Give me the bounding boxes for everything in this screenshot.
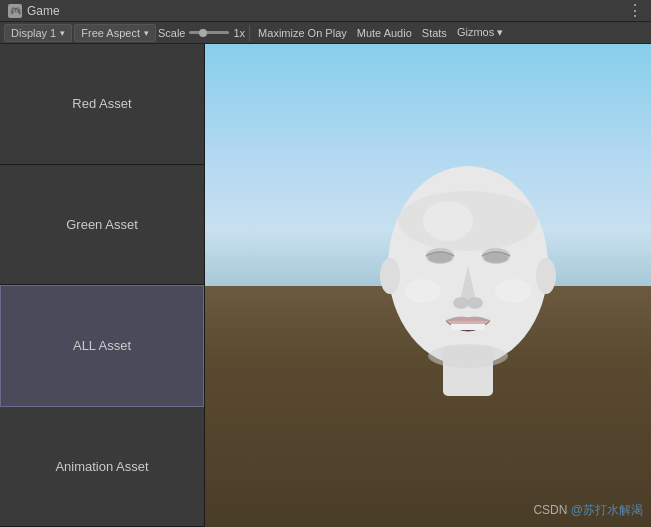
watermark: CSDN @苏打水解渴 [533,502,643,519]
svg-point-6 [484,253,508,263]
face-model [368,146,568,426]
window-menu-button[interactable]: ⋮ [627,1,643,20]
face-svg [368,146,568,426]
display-dropdown[interactable]: Display 1 ▾ [4,24,72,42]
scale-slider[interactable] [189,31,229,34]
scale-slider-handle[interactable] [199,29,207,37]
all-asset-button[interactable]: ALL Asset [0,285,204,407]
left-panel: Red Asset Green Asset ALL Asset Animatio… [0,44,205,527]
svg-point-9 [428,344,508,368]
game-icon: 🎮 [8,4,22,18]
green-asset-button[interactable]: Green Asset [0,165,204,286]
svg-point-7 [453,297,469,309]
svg-point-12 [423,201,473,241]
scale-control: Scale 1x [158,27,245,39]
gizmos-button[interactable]: Gizmos ▾ [453,26,507,39]
svg-point-11 [495,279,531,303]
mute-audio-button[interactable]: Mute Audio [353,27,416,39]
stats-button[interactable]: Stats [418,27,451,39]
toolbar: Display 1 ▾ Free Aspect ▾ Scale 1x Maxim… [0,22,651,44]
chevron-down-icon: ▾ [497,26,503,38]
red-asset-label: Red Asset [72,96,131,111]
animation-asset-label: Animation Asset [55,459,148,474]
svg-point-4 [428,253,452,263]
watermark-user: @苏打水解渴 [571,503,643,517]
svg-point-14 [536,258,556,294]
chevron-down-icon: ▾ [60,28,65,38]
all-asset-label: ALL Asset [73,338,131,353]
green-asset-label: Green Asset [66,217,138,232]
watermark-site: CSDN [533,503,567,517]
red-asset-button[interactable]: Red Asset [0,44,204,165]
svg-point-8 [467,297,483,309]
svg-point-13 [380,258,400,294]
toolbar-separator [249,25,250,41]
title-bar: 🎮 Game ⋮ [0,0,651,22]
chevron-down-icon: ▾ [144,28,149,38]
svg-point-10 [405,279,441,303]
window-title: Game [27,4,60,18]
main-content: Red Asset Green Asset ALL Asset Animatio… [0,44,651,527]
aspect-dropdown[interactable]: Free Aspect ▾ [74,24,156,42]
viewport: CSDN @苏打水解渴 [205,44,651,527]
maximize-on-play-button[interactable]: Maximize On Play [254,27,351,39]
animation-asset-button[interactable]: Animation Asset [0,407,204,528]
